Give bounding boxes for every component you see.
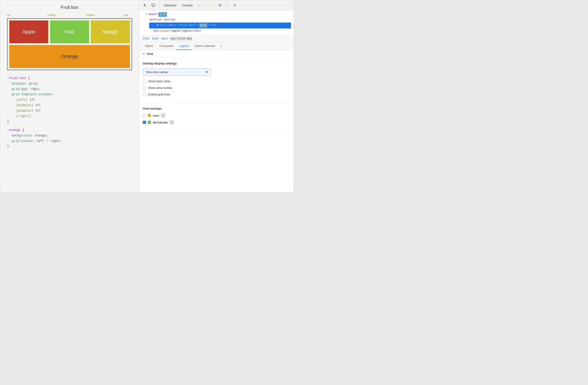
tab-elements[interactable]: Elements [162, 3, 178, 8]
grid-overlays-body: Grid overlays main ✓ [139, 103, 294, 131]
checkbox-show-track-sizes: Show track sizes [143, 80, 290, 83]
left-panel: Fruit box left middle1 middle2 right App… [0, 0, 139, 192]
svg-rect-0 [152, 4, 155, 6]
warning-icon: ⚠ [206, 4, 209, 7]
svg-rect-4 [163, 114, 165, 115]
overlay-display-title: Overlay display settings [143, 62, 290, 65]
more-tabs[interactable]: » [196, 3, 201, 7]
dollar-sign: $0 [212, 23, 216, 28]
settings-button[interactable]: ⚙ [217, 2, 223, 8]
checkbox-extend-lines-label: Extend grid lines [148, 93, 170, 96]
tree-triangle-main[interactable]: ▼ [146, 12, 147, 17]
grid-line-labels: left middle1 middle2 right [7, 14, 132, 18]
css-selector-fruit-box: .fruit-box [7, 76, 26, 80]
toolbar-sep-3 [214, 3, 214, 7]
css-code-block: .fruit-box { display: grid; grid-gap: 10… [7, 76, 132, 149]
close-button[interactable]: ✕ [232, 2, 237, 8]
devtools-tabs: Styles Computed Layout Event Listeners » [139, 42, 294, 50]
grid-overlays-title: Grid overlays [143, 107, 290, 110]
warning-badge: ⚠ 1 [206, 4, 211, 7]
breadcrumb: html body main div.fruit-box [139, 35, 294, 42]
fruit-grid: Apple Kiwi Mango Orange [7, 18, 132, 70]
breadcrumb-fruit-box[interactable]: div.fruit-box [170, 37, 193, 41]
css-prop-grid-template-columns: grid-template-columns [12, 92, 52, 96]
devtools-panel: Elements Console » ⚠ 1 ⚙ ⋮ ✕ ▼ <main> gr… [139, 0, 294, 192]
devtools-toolbar: Elements Console » ⚠ 1 ⚙ ⋮ ✕ [139, 0, 294, 10]
checkbox-show-area-names: Show area names [143, 86, 290, 89]
tab-styles[interactable]: Styles [142, 42, 156, 50]
dropdown-value: Show line names [146, 70, 168, 74]
css-prop-background: background [12, 134, 31, 137]
breadcrumb-body[interactable]: body [151, 37, 160, 41]
grid-label-left: left [7, 14, 10, 16]
tree-row-main: ▼ <main> grid [146, 12, 291, 17]
overlay-main-dots-icon[interactable] [161, 113, 165, 118]
overlay-main-checkbox[interactable] [143, 114, 146, 117]
overlay-main-color-swatch [148, 114, 151, 117]
overlay-fruit-box-label: div.fruit-box [153, 121, 168, 124]
line-names-dropdown[interactable]: Show line names ▼ [143, 68, 211, 76]
tree-more-icon[interactable]: ··· [150, 23, 155, 28]
grid-label-middle1: middle1 [47, 14, 56, 16]
section-title: Grid [147, 52, 153, 56]
fruit-cell-kiwi: Kiwi [50, 21, 89, 43]
tab-event-listeners[interactable]: Event Listeners [191, 42, 218, 50]
css-prop-display: display [12, 82, 25, 86]
tree-row-p: <p>Fruit box</p> [149, 17, 291, 23]
overlay-row-fruit-box: ✓ div.fruit-box [143, 120, 290, 124]
more-options-button[interactable]: ⋮ [225, 2, 230, 8]
tree-row-apple: <div class="apple" >Apple</div> [153, 28, 291, 34]
tab-console[interactable]: Console [180, 3, 194, 8]
css-selector-orange: .orange [7, 128, 21, 132]
tree-row-fruit-box: ··· ▼ <div class= "fruit-box" > grid == … [149, 22, 291, 28]
breadcrumb-html[interactable]: html [142, 37, 150, 41]
overlay-row-main: main [143, 113, 290, 118]
tab-more[interactable]: » [218, 42, 224, 50]
checkbox-area-names-input[interactable] [143, 86, 146, 89]
grid-label-right: right [124, 14, 128, 16]
checkbox-area-names-label: Show area names [148, 86, 172, 89]
tab-computed[interactable]: Computed [156, 42, 176, 50]
page-title: Fruit box [7, 5, 132, 10]
overlay-fruit-box-dots-icon[interactable] [170, 120, 174, 124]
overlay-settings-body: Overlay display settings Show line names… [139, 58, 294, 103]
cursor-icon[interactable] [142, 2, 148, 8]
fruit-cell-mango: Mango [91, 21, 130, 43]
dropdown-arrow-icon: ▼ [205, 70, 208, 74]
toolbar-sep-1 [159, 3, 159, 7]
css-prop-grid-column: grid-column [12, 139, 33, 143]
svg-rect-9 [170, 123, 171, 124]
checkbox-track-sizes-label: Show track sizes [148, 80, 170, 83]
svg-rect-6 [163, 116, 165, 117]
checkbox-track-sizes-input[interactable] [143, 80, 146, 83]
tab-layout[interactable]: Layout [176, 42, 191, 50]
main-grid-badge: grid [159, 12, 167, 17]
equals-sign: == [208, 23, 211, 28]
fruit-cell-orange: Orange [9, 45, 130, 68]
overlay-fruit-box-color-swatch [148, 121, 151, 124]
svg-rect-1 [153, 6, 154, 7]
svg-rect-10 [172, 123, 173, 124]
html-tree: ▼ <main> grid <p>Fruit box</p> ··· ▼ <di… [139, 10, 294, 35]
fruit-box-grid-badge: grid [199, 23, 207, 28]
svg-rect-5 [161, 116, 163, 117]
svg-rect-7 [170, 121, 171, 122]
section-triangle-icon: ▼ [143, 53, 145, 55]
css-prop-grid-gap: grid-gap [12, 87, 27, 91]
svg-rect-8 [172, 121, 173, 122]
checkbox-extend-grid-lines: Extend grid lines [143, 93, 290, 96]
grid-section-header[interactable]: ▼ Grid [139, 50, 294, 58]
breadcrumb-main[interactable]: main [161, 37, 169, 41]
layout-content: ▼ Grid Overlay display settings Show lin… [139, 50, 294, 192]
grid-label-middle2: middle2 [86, 14, 95, 16]
overlay-fruit-box-checkbox[interactable]: ✓ [143, 121, 146, 124]
svg-rect-3 [161, 114, 163, 115]
toolbar-sep-2 [203, 3, 204, 7]
overlay-main-label: main [153, 114, 159, 117]
checkbox-extend-lines-input[interactable] [143, 93, 146, 96]
fruit-cell-apple: Apple [9, 21, 48, 43]
fruit-box-wrapper: left middle1 middle2 right Apple Kiwi Ma… [7, 14, 132, 70]
inspect-icon[interactable] [150, 2, 156, 8]
warning-count: 1 [210, 4, 211, 7]
